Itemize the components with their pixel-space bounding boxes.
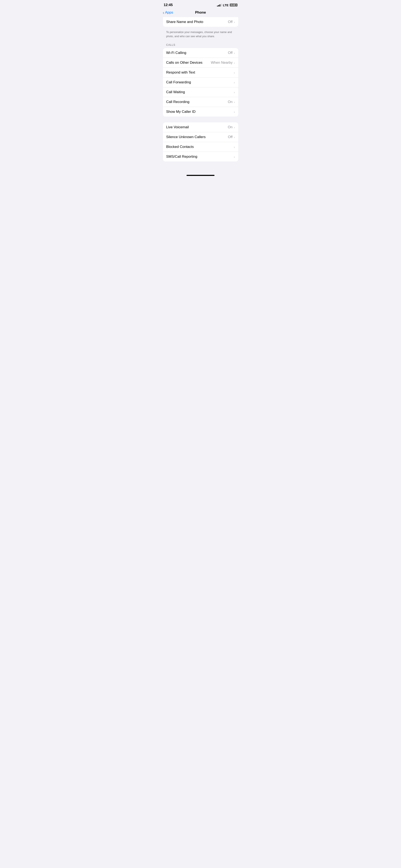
call-waiting-row[interactable]: Call Waiting ›: [163, 87, 238, 97]
share-name-value: Off: [228, 20, 233, 24]
call-forwarding-chevron-icon: ›: [234, 81, 235, 84]
call-forwarding-row[interactable]: Call Forwarding ›: [163, 78, 238, 87]
wifi-calling-chevron-icon: ›: [234, 51, 235, 55]
silence-unknown-label: Silence Unknown Callers: [166, 135, 206, 139]
live-voicemail-row[interactable]: Live Voicemail On ›: [163, 122, 238, 132]
respond-text-label: Respond with Text: [166, 70, 195, 74]
silence-unknown-row[interactable]: Silence Unknown Callers Off ›: [163, 132, 238, 142]
lte-label: LTE: [223, 3, 228, 7]
status-bar: 12:45 LTE 31: [160, 0, 242, 9]
calls-other-devices-row[interactable]: Calls on Other Devices When Nearby ›: [163, 58, 238, 68]
call-recording-row[interactable]: Call Recording On ›: [163, 97, 238, 107]
wifi-calling-row[interactable]: Wi-Fi Calling Off ›: [163, 48, 238, 58]
svg-rect-1: [236, 5, 237, 5]
wifi-calling-label: Wi-Fi Calling: [166, 51, 186, 55]
call-recording-label: Call Recording: [166, 100, 190, 104]
calls-section-label: CALLS: [160, 41, 242, 48]
calls-other-devices-value: When Nearby: [211, 61, 233, 65]
respond-text-chevron-icon: ›: [234, 71, 235, 74]
blocked-contacts-row[interactable]: Blocked Contacts ›: [163, 142, 238, 152]
back-chevron-icon: ‹: [163, 10, 164, 15]
back-button[interactable]: ‹ Apps: [163, 10, 173, 15]
show-caller-id-label: Show My Caller ID: [166, 110, 196, 114]
call-recording-chevron-icon: ›: [234, 100, 235, 104]
show-caller-id-row[interactable]: Show My Caller ID ›: [163, 107, 238, 117]
call-waiting-chevron-icon: ›: [234, 90, 235, 94]
voicemail-settings-card: Live Voicemail On › Silence Unknown Call…: [163, 122, 238, 161]
share-name-chevron-icon: ›: [234, 20, 235, 24]
share-name-card: Share Name and Photo Off ›: [163, 17, 238, 27]
calls-other-devices-label: Calls on Other Devices: [166, 61, 203, 65]
home-indicator-bar: [186, 175, 215, 176]
sms-call-reporting-chevron-icon: ›: [234, 155, 235, 159]
status-time: 12:45: [164, 3, 173, 7]
battery-icon: 31: [230, 4, 237, 6]
calls-other-devices-chevron-icon: ›: [234, 61, 235, 65]
silence-unknown-chevron-icon: ›: [234, 135, 235, 139]
live-voicemail-value: On: [228, 125, 233, 129]
share-name-label: Share Name and Photo: [166, 20, 204, 24]
page-title: Phone: [195, 10, 206, 14]
call-forwarding-label: Call Forwarding: [166, 80, 191, 84]
sms-call-reporting-label: SMS/Call Reporting: [166, 155, 197, 159]
live-voicemail-chevron-icon: ›: [234, 126, 235, 129]
battery-shape-icon: [234, 4, 237, 6]
status-icons: LTE 31: [217, 3, 237, 7]
calls-settings-card: Wi-Fi Calling Off › Calls on Other Devic…: [163, 48, 238, 117]
silence-unknown-value: Off: [228, 135, 233, 139]
blocked-contacts-chevron-icon: ›: [234, 145, 235, 149]
svg-rect-2: [234, 4, 235, 6]
live-voicemail-label: Live Voicemail: [166, 125, 189, 129]
call-waiting-label: Call Waiting: [166, 90, 185, 94]
signal-bars-icon: [217, 4, 222, 6]
show-caller-id-chevron-icon: ›: [234, 110, 235, 114]
nav-bar: ‹ Apps Phone: [160, 9, 242, 17]
call-recording-value: On: [228, 100, 233, 104]
home-indicator: [160, 172, 242, 178]
settings-content: Share Name and Photo Off › To personaliz…: [160, 17, 242, 172]
share-description: To personalize your messages, choose you…: [160, 28, 242, 41]
share-name-row[interactable]: Share Name and Photo Off ›: [163, 17, 238, 27]
respond-text-row[interactable]: Respond with Text ›: [163, 68, 238, 78]
wifi-calling-value: Off: [228, 51, 233, 55]
blocked-contacts-label: Blocked Contacts: [166, 145, 194, 149]
battery-percent: 31: [230, 4, 233, 6]
sms-call-reporting-row[interactable]: SMS/Call Reporting ›: [163, 152, 238, 161]
back-label: Apps: [165, 10, 173, 14]
